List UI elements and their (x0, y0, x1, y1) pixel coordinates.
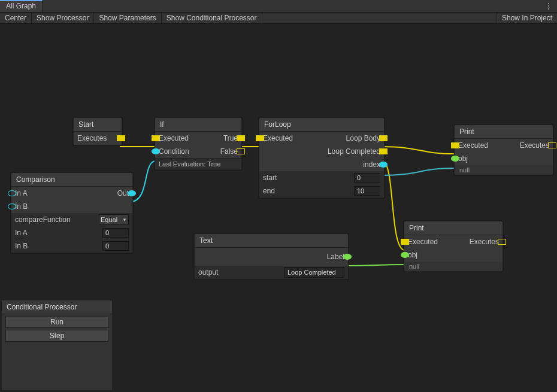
compare-label: compareFunction (15, 215, 71, 224)
port-in-b[interactable] (8, 203, 16, 209)
node-print-1[interactable]: Print Executed Executes obj null (454, 124, 553, 175)
in-a-input[interactable] (102, 228, 129, 238)
in-b-field-label: In B (15, 242, 28, 250)
true-label: True (223, 134, 238, 142)
executed-label: Executed (159, 134, 189, 142)
compare-select[interactable]: Equal ▼ (99, 214, 129, 225)
chevron-down-icon: ▼ (122, 217, 127, 223)
tab-all-graph[interactable]: All Graph (0, 0, 43, 12)
show-conditional-button[interactable]: Show Conditional Processor (162, 13, 262, 23)
port-exec-out[interactable] (548, 142, 556, 148)
node-title: Print (455, 125, 553, 139)
tab-menu-icon[interactable]: ⋮ (540, 0, 557, 12)
show-in-project-label: Show In Project (502, 14, 552, 22)
output-label: output (198, 268, 218, 276)
port-exec-in[interactable] (401, 239, 409, 245)
title-text: If (160, 120, 164, 129)
graph-canvas[interactable]: Start Executes If Executed True Conditio… (0, 24, 557, 392)
port-label-out[interactable] (343, 254, 352, 260)
port-in-a[interactable] (8, 190, 16, 196)
port-obj-in[interactable] (451, 156, 459, 162)
port-out[interactable] (128, 190, 136, 196)
port-exec-in[interactable] (152, 135, 160, 141)
step-label: Step (50, 332, 65, 340)
executes-label: Executes (520, 141, 549, 150)
obj-label: obj (408, 251, 417, 259)
in-a-label: In A (15, 189, 28, 197)
center-button[interactable]: Center (0, 13, 32, 23)
node-title: Start (74, 118, 122, 132)
port-exec-out[interactable] (117, 135, 125, 141)
compare-value: Equal (101, 216, 117, 223)
node-title: If (155, 118, 241, 132)
executes-label: Executes (470, 238, 499, 246)
node-text[interactable]: Text Label output (194, 233, 349, 279)
port-condition-in[interactable] (152, 148, 160, 154)
port-true-out[interactable] (237, 135, 245, 141)
footer-text: Last Evaluation: True (159, 160, 220, 168)
show-parameters-label: Show Parameters (99, 14, 156, 22)
port-exec-in[interactable] (451, 142, 459, 148)
end-input[interactable] (354, 186, 380, 196)
title-text: Comparison (16, 175, 55, 184)
show-in-project-button[interactable]: Show In Project (497, 13, 557, 23)
executed-label: Executed (458, 141, 488, 150)
node-start[interactable]: Start Executes (73, 117, 122, 145)
loop-completed-label: Loop Completed (328, 147, 380, 156)
center-label: Center (5, 14, 26, 22)
panel-title: Conditional Processor (2, 300, 112, 314)
loop-body-label: Loop Body (346, 134, 380, 142)
end-label: end (263, 187, 275, 195)
panel-title-text: Conditional Processor (7, 303, 77, 311)
in-a-field-label: In A (15, 229, 28, 237)
node-title: Comparison (11, 173, 132, 187)
node-if[interactable]: If Executed True Condition False Last Ev… (155, 117, 242, 170)
output-input[interactable] (284, 267, 344, 278)
title-text: Print (409, 224, 424, 232)
tab-label: All Graph (6, 2, 36, 10)
in-b-label: In B (15, 202, 28, 211)
port-exec-out[interactable] (498, 239, 506, 245)
node-title: Print (404, 221, 502, 235)
node-footer: Last Evaluation: True (155, 158, 241, 169)
tab-bar: All Graph ⋮ (0, 0, 557, 13)
executes-label: Executes (77, 134, 107, 142)
node-forloop[interactable]: ForLoop Executed Loop Body Loop Complete… (259, 117, 385, 198)
port-loopbody-out[interactable] (379, 135, 388, 141)
port-obj-in[interactable] (401, 252, 409, 258)
label-label: Label (327, 253, 344, 261)
show-conditional-label: Show Conditional Processor (167, 14, 257, 22)
title-text: ForLoop (264, 120, 291, 129)
title-text: Start (78, 120, 93, 129)
port-loopcompleted-out[interactable] (379, 148, 388, 154)
port-index-out[interactable] (379, 162, 388, 168)
start-input[interactable] (354, 173, 380, 183)
start-label: start (263, 174, 277, 182)
show-parameters-button[interactable]: Show Parameters (94, 13, 161, 23)
null-text: null (404, 262, 502, 271)
title-text: Print (459, 127, 474, 136)
index-label: index (363, 160, 380, 169)
executed-label: Executed (263, 134, 293, 142)
step-button[interactable]: Step (5, 330, 108, 342)
node-title: Text (195, 234, 348, 248)
toolbar: Center Show Processor Show Parameters Sh… (0, 13, 557, 24)
run-label: Run (50, 318, 63, 326)
run-button[interactable]: Run (5, 316, 108, 328)
port-false-out[interactable] (237, 148, 245, 154)
null-value: null (409, 263, 419, 270)
conditional-processor-panel[interactable]: Conditional Processor Run Step (1, 300, 113, 391)
obj-label: obj (458, 154, 468, 163)
false-label: False (220, 147, 238, 156)
kebab-icon: ⋮ (545, 2, 552, 10)
node-print-2[interactable]: Print Executed Executes obj null (404, 221, 503, 272)
node-title: ForLoop (259, 118, 384, 132)
node-comparison[interactable]: Comparison In A Out In B compareFunction… (11, 172, 133, 253)
executed-label: Executed (408, 238, 438, 246)
in-b-input[interactable] (102, 241, 129, 251)
port-exec-in[interactable] (256, 135, 264, 141)
show-processor-label: Show Processor (37, 14, 89, 22)
title-text: Text (199, 236, 213, 245)
show-processor-button[interactable]: Show Processor (32, 13, 94, 23)
condition-label: Condition (159, 147, 189, 156)
